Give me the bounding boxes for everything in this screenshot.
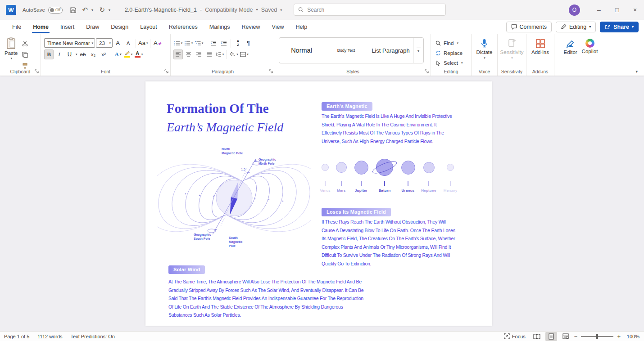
styles-more-button[interactable]: ▾ [413,38,423,63]
find-button[interactable]: Find ▾ [435,38,471,48]
document-area[interactable]: Formation Of The Earth’s Magnetic Field [0,76,644,331]
search-input[interactable] [307,7,441,13]
word-count[interactable]: 1112 words [33,334,66,339]
copy-button[interactable] [20,49,30,59]
qat-customize-icon[interactable]: ▾ [109,8,113,12]
underline-dropdown-icon[interactable]: ▾ [76,53,77,56]
tab-view[interactable]: View [266,20,290,34]
align-center-icon [186,52,191,57]
minimize-button[interactable]: – [590,0,608,20]
sort-button[interactable]: A Z [233,38,243,48]
styles-dialog-launcher-icon[interactable] [425,69,429,73]
comments-button[interactable]: Comments [506,22,552,32]
autosave-toggle[interactable]: Off [48,7,63,13]
undo-button[interactable]: ↶ [80,4,91,16]
clear-formatting-button[interactable]: A [153,38,162,48]
dictate-button[interactable]: Dictate ▾ [472,37,497,60]
justify-button[interactable] [204,49,214,59]
addins-button[interactable]: Add-ins [526,37,554,55]
tab-layout[interactable]: Layout [134,20,163,34]
paste-button[interactable]: Paste ▾ [5,37,18,71]
select-button[interactable]: Select ▾ [435,58,471,68]
line-spacing-button[interactable]: ▾ [215,49,224,59]
page-indicator[interactable]: Page 1 of 5 [0,334,33,339]
show-formatting-button[interactable]: ¶ [244,38,253,48]
font-size-input[interactable] [99,40,107,46]
font-name-dropdown-icon[interactable]: ▾ [91,41,93,45]
shrink-font-button[interactable]: Aˇ [124,38,133,48]
collapse-ribbon-icon[interactable]: ▾ [635,69,638,74]
italic-button[interactable]: I [54,49,64,59]
multilevel-list-button[interactable]: ▾ [194,38,204,48]
document-title[interactable]: 2.0-Earth's-Magnetic-Field_1 - Compatibi… [125,7,282,13]
avatar[interactable]: O [569,4,580,16]
save-button[interactable] [68,4,79,16]
superscript-button[interactable]: x² [99,49,109,59]
tab-design[interactable]: Design [105,20,134,34]
print-layout-button[interactable] [545,332,557,341]
maximize-button[interactable]: □ [608,0,626,20]
tab-mailings[interactable]: Mailings [204,20,236,34]
sensitivity-button[interactable]: Sensitivity ▾ [498,37,526,60]
numbered-list-button[interactable]: ▾ [184,38,193,48]
bold-button[interactable]: B [44,49,54,59]
font-size-dropdown-icon[interactable]: ▾ [109,41,111,45]
close-button[interactable]: × [626,0,644,20]
zoom-thumb[interactable] [596,334,598,339]
cut-button[interactable] [20,38,30,48]
saved-dropdown-icon[interactable]: ▾ [280,8,282,12]
zoom-track[interactable] [581,336,613,337]
align-center-button[interactable] [184,49,193,59]
document-page[interactable]: Formation Of The Earth’s Magnetic Field [145,81,492,326]
replace-button[interactable]: Replace [435,48,471,58]
style-list-paragraph[interactable]: List Paragraph [368,38,413,63]
zoom-percentage[interactable]: 100% [623,334,639,339]
font-name-input[interactable] [47,40,90,46]
clipboard-dialog-launcher-icon[interactable] [35,69,39,73]
web-layout-button[interactable] [560,332,571,341]
tab-draw[interactable]: Draw [80,20,105,34]
underline-button[interactable]: U [65,49,74,59]
change-case-button[interactable]: Aa▾ [138,38,148,48]
paragraph-dialog-launcher-icon[interactable] [269,69,273,73]
focus-mode-button[interactable]: Focus [501,333,528,339]
borders-button[interactable]: ▾ [240,49,249,59]
style-normal[interactable]: Normal [279,38,324,63]
undo-dropdown-icon[interactable]: ▾ [91,8,96,12]
search-box[interactable] [294,4,446,16]
style-body-text[interactable]: Body Text [324,38,368,63]
titlebar: W AutoSave Off ↶ ▾ ↻ ▾ 2.0-Earth's-Magne… [0,0,644,20]
text-effects-button[interactable]: A▾ [113,49,123,59]
subscript-button[interactable]: x₂ [89,49,98,59]
editing-mode-button[interactable]: Editing ▾ [556,22,596,32]
increase-indent-button[interactable] [219,38,228,48]
tab-file[interactable]: File [6,20,27,34]
bullet-list-button[interactable]: ▾ [173,38,183,48]
grow-font-button[interactable]: Aˆ [113,38,123,48]
align-right-button[interactable] [194,49,204,59]
copilot-button[interactable]: Copilot [582,37,598,76]
tab-help[interactable]: Help [290,20,313,34]
font-name-combobox[interactable]: ▾ [44,38,95,48]
read-mode-button[interactable] [531,332,543,341]
font-size-combobox[interactable]: ▾ [96,38,113,48]
text-predictions-status[interactable]: Text Predictions: On [67,334,119,339]
strikethrough-button[interactable]: ab [78,49,88,59]
font-dialog-launcher-icon[interactable] [164,69,168,73]
decrease-indent-button[interactable] [209,38,218,48]
highlight-button[interactable]: ▾ [124,49,133,59]
tab-review[interactable]: Review [236,20,266,34]
shading-button[interactable]: ▾ [229,49,239,59]
editor-button[interactable]: Editor [564,37,577,76]
word-logo-icon[interactable]: W [6,5,16,15]
font-color-button[interactable]: A ▾ [134,49,144,59]
align-left-button[interactable] [173,49,183,59]
zoom-in-button[interactable]: + [617,333,621,340]
redo-button[interactable]: ↻ [97,4,108,16]
zoom-out-button[interactable]: − [574,333,578,340]
share-button[interactable]: Share ▾ [600,22,639,32]
editing-group: Find ▾ Replace Select ▾ Editing [431,34,471,76]
tab-insert[interactable]: Insert [54,20,80,34]
tab-references[interactable]: References [163,20,204,34]
tab-home[interactable]: Home [27,20,54,34]
